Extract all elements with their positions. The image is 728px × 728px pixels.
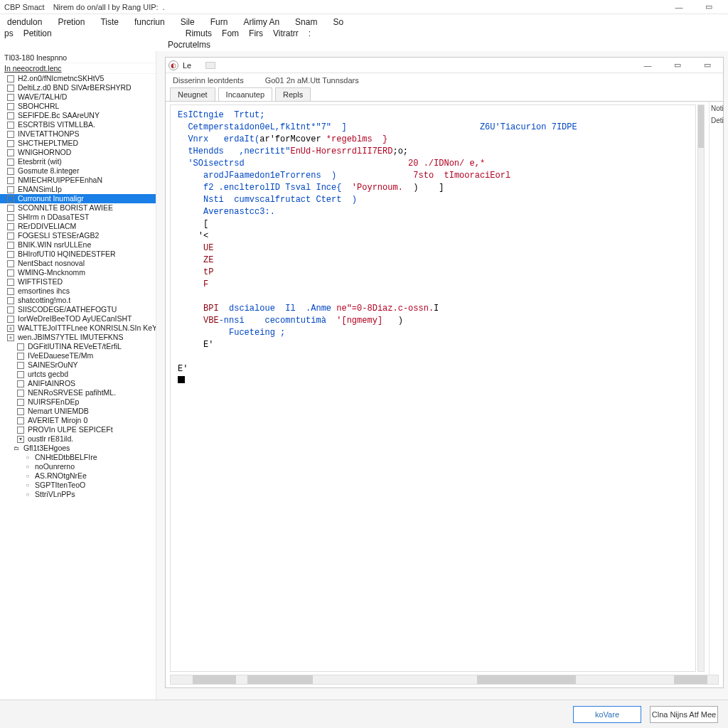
tree-item[interactable]: ±WALTTEJoITTFLnee KONRISLN.SIn KeY [0,323,156,333]
tree-item[interactable]: NentSbact nosnoval [0,259,156,268]
submenu-item[interactable]: Rimuts [186,28,212,38]
tree-item[interactable]: NMIECHRUIPPEFEnhaN [0,176,156,185]
tree-item[interactable]: Nemart UNIEMDB [0,407,156,416]
tree-label: NENRoSRVESE pafihtML. [28,388,116,397]
tree-item[interactable]: ±wen.JBIMS7YTEL IMUTEFKNS [0,333,156,342]
tree-group[interactable]: ▾ oustlr rE81ild. [0,434,156,444]
tree-item[interactable]: DeltiLz.d0 BND SIVArBERSHYRD [0,83,156,92]
module-icon [7,288,14,295]
vertical-scrollbar[interactable] [697,105,705,672]
tree-item[interactable]: SHCTHEPLTMED [0,139,156,148]
tree-item[interactable]: urtcts gecbd [0,370,156,379]
tree-item[interactable]: SHIrm n DDasaTEST [0,213,156,222]
child-minimize-icon[interactable]: — [635,59,660,72]
code-editor[interactable]: EsICtngie Trtut; Cetmperstaidon0eL,fkltn… [170,105,696,672]
menu-item[interactable]: Pretion [55,16,87,28]
menu-item[interactable]: Furn [208,16,231,28]
tree-item[interactable]: ○AS.RNOtgNrEe [0,471,156,481]
scrollbar-thumb[interactable] [193,675,237,684]
tree-root[interactable]: TI03-180 Inespnno [0,53,156,63]
panel-label[interactable]: Noti [711,105,722,112]
primary-action-button[interactable]: koVare [573,706,641,723]
subsubmenu-item[interactable]: Pocrutelms [168,40,210,50]
menu-item[interactable]: Snam [292,16,320,28]
tree-item[interactable]: ANIFtAINROS [0,379,156,388]
child-maximize-icon[interactable]: ▭ [665,59,690,72]
tree-item[interactable]: ○SGPTItenTeoO [0,481,156,490]
tab[interactable]: Incaanutep [218,87,272,101]
tree-label: AS.RNOtgNrEe [35,471,87,481]
tree-item[interactable]: INVETATTHONPS [0,129,156,139]
code-token: tP [203,267,213,277]
tab[interactable]: Neugnet [170,87,215,101]
menu-item[interactable]: Arlimy An [240,16,282,28]
module-icon [7,260,14,267]
tree-item[interactable]: ENANSimLIp [0,185,156,194]
tree-item[interactable]: ○noOunrerno [0,462,156,471]
tab[interactable]: Repls [275,87,311,101]
tree-item[interactable]: ○CNHtEDtbBELFIre [0,453,156,462]
submenu-item[interactable]: Fom [222,28,239,38]
tree-item[interactable]: SAINESrOuNY [0,360,156,370]
sidebar-tree[interactable]: TI03-180 Inespnno In neeocrodt.lenc H2.o… [0,51,156,700]
tree-item[interactable]: ○SttriVLnPPs [0,490,156,499]
tab-close-icon[interactable] [205,62,215,69]
tree-label: NUIRSFEnDEp [28,397,79,407]
tree-item[interactable]: Etesbrrit (wit) [0,157,156,166]
tree-item[interactable]: shatcotting!mo.t [0,296,156,305]
tree-item[interactable]: SEFIFDE.Bc SAAreUNY [0,111,156,120]
tree-item[interactable]: AVERIET Mirojn 0 [0,416,156,425]
submenu-item[interactable]: ps [4,28,14,38]
submenu-item[interactable]: Firs [249,28,263,38]
tree-item[interactable]: SBOHCHRL [0,102,156,111]
tab-header[interactable]: Disserinn leontdents [173,76,244,85]
tree-item[interactable]: WIFTFISTED [0,277,156,287]
tree-item[interactable]: SIISCODEGE/AATHEFOGTU [0,305,156,314]
file-icon [17,427,24,434]
child-close-icon[interactable]: ▭ [695,59,720,72]
scrollbar-thumb[interactable] [698,105,704,148]
menu-item[interactable]: Tiste [97,16,122,28]
tree-item[interactable]: SCONNLTE BORIST AWIEE [0,203,156,213]
scrollbar-thumb[interactable] [477,675,576,684]
tree-item[interactable]: BNIK.WIN nsrULLEne [0,240,156,250]
minimize-icon[interactable]: — [664,1,694,14]
tree-item[interactable]: IVeEDaueseTE/Mm [0,351,156,360]
tree-item[interactable]: ESCRTBIS VITMLLBA. [0,120,156,129]
menu-item[interactable]: funcriun [132,16,168,28]
panel-label[interactable]: Deti [711,117,722,124]
code-token: Fuceteing ; [229,328,285,338]
tree-item[interactable]: Curronunt Inumaligr [0,194,156,203]
tree-group[interactable]: 🗀 Gfl1t3EHgoes [0,444,156,453]
tree-root[interactable]: In neeocrodt.lenc [0,63,156,74]
scrollbar-thumb[interactable] [247,675,313,684]
tree-item[interactable]: RErDDIVELIACM [0,222,156,231]
tab-header[interactable]: Go01 2n aM.Utt Tunnsdars [265,76,359,85]
tree-label: SBOHCHRL [18,102,59,111]
tree-item[interactable]: PROVIn ULPE SEPICEFt [0,425,156,434]
tree-item[interactable]: emsortines ihcs [0,287,156,296]
tree-item[interactable]: H2.on0/fNIcmetncSKHtV5 [0,74,156,83]
tree-item[interactable]: DGFitIUTINA REVeET/tErfiL [0,342,156,351]
submenu-item[interactable]: Petition [23,28,52,38]
tree-item[interactable]: Gosmute 8.integer [0,166,156,176]
tree-item[interactable]: WAVE/TALH/D [0,92,156,102]
menu-item[interactable]: Sile [178,16,198,28]
tree-item[interactable]: FOGESLI STESErAGB2 [0,231,156,240]
tree-item[interactable]: IorWeDreIBeeTOD AyUECanISHT [0,314,156,323]
module-icon [7,242,14,249]
maximize-icon[interactable]: ▭ [694,1,724,14]
submenu-item[interactable]: : [309,28,311,38]
submenu-item[interactable]: Vitratrr [273,28,299,38]
horizontal-scrollbar[interactable] [170,675,719,685]
tree-item[interactable]: BHIrofUTI0 HQINEDESTFER [0,250,156,259]
scrollbar-thumb[interactable] [674,675,707,684]
document-icon: ◐ [168,60,178,70]
menu-item[interactable]: dendulon [4,16,45,28]
menu-item[interactable]: So [330,16,346,28]
tree-item[interactable]: NENRoSRVESE pafihtML. [0,388,156,397]
tree-item[interactable]: WMING-Mncknomm [0,268,156,277]
secondary-action-button[interactable]: Clna Nijns Atf Mee [650,706,718,723]
tree-item[interactable]: NUIRSFEnDEp [0,397,156,407]
tree-item[interactable]: WNIGHORNOD [0,148,156,157]
